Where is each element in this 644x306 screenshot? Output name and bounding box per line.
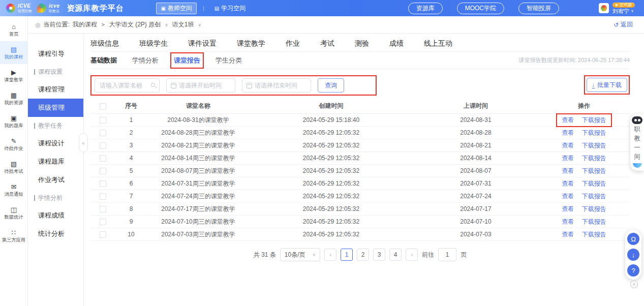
goto-page-input[interactable]: [438, 248, 456, 261]
prev-page-button[interactable]: ‹: [324, 249, 336, 261]
rail-item-pending-exams[interactable]: ▧ 待批考试: [0, 156, 27, 178]
assistant-widget[interactable]: 职 教 一 间: [630, 114, 644, 171]
table-row: 7 2024-07-24周三的课堂教学 2024-05-29 12:05:32 …: [90, 190, 630, 203]
subtab-student-classification[interactable]: 学生分类: [216, 56, 242, 65]
nav-learning-space[interactable]: ▤ 学习空间: [210, 3, 250, 14]
tab-class-info[interactable]: 班级信息: [90, 39, 119, 48]
subtab-basic-data[interactable]: 基础数据: [90, 56, 117, 65]
rail-item-pending-homework[interactable]: ✎ 待批作业: [0, 133, 27, 156]
filter-row: 查询 ↓ 批量下载: [90, 75, 630, 96]
row-checkbox[interactable]: [100, 168, 106, 174]
row-index: 2: [115, 129, 147, 136]
query-button[interactable]: 查询: [318, 78, 344, 93]
breadcrumb-course[interactable]: 大学语文 (2P) 原创: [109, 20, 161, 29]
resource-library-button[interactable]: 资源库: [408, 3, 443, 14]
download-report-link[interactable]: 下载报告: [582, 116, 606, 124]
row-checkbox[interactable]: [100, 155, 106, 162]
row-checkbox[interactable]: [100, 142, 106, 149]
download-report-link[interactable]: 下载报告: [582, 231, 606, 238]
icve-logo-icon: [6, 4, 15, 13]
class-name-input[interactable]: [95, 79, 159, 92]
view-link[interactable]: 查看: [562, 218, 574, 225]
rail-item-my-courses[interactable]: ▤ 我的课程: [0, 41, 27, 64]
sidebar-item-course-design[interactable]: 课程设计: [28, 134, 83, 152]
tab-homework[interactable]: 作业: [286, 39, 300, 48]
page-size-select[interactable]: 10条/页 ∨: [280, 248, 320, 261]
sidebar-item-course-management[interactable]: 课程管理: [28, 80, 83, 99]
user-area[interactable]: 正式版 刘宥宁 ∨: [599, 3, 635, 14]
sidebar-item-course-grades[interactable]: 课程成绩: [28, 206, 83, 225]
back-button[interactable]: ↺ 返回: [614, 20, 633, 29]
page-button-1[interactable]: 1: [341, 249, 353, 261]
view-link[interactable]: 查看: [562, 155, 574, 162]
tab-courseware-settings[interactable]: 课件设置: [188, 39, 217, 48]
row-checkbox[interactable]: [100, 180, 106, 187]
rail-item-question-bank[interactable]: ▣ 我的题库: [0, 110, 27, 133]
help-button[interactable]: ?: [627, 264, 639, 277]
sidebar-item-course-question-bank[interactable]: 课程题库: [28, 152, 83, 171]
sidebar-item-statistical-analysis[interactable]: 统计分析: [28, 225, 83, 243]
subtab-learning-analysis[interactable]: 学情分析: [132, 56, 159, 65]
end-time-input[interactable]: [242, 79, 311, 92]
rail-item-home[interactable]: ⌂ 首页: [0, 18, 27, 41]
nav-teacher-space[interactable]: ▣ 教师空间: [156, 3, 196, 14]
tab-grades[interactable]: 成绩: [389, 39, 404, 48]
rail-item-statistics[interactable]: ◫ 数据统计: [0, 201, 27, 224]
download-report-link[interactable]: 下载报告: [582, 193, 606, 200]
start-time-input[interactable]: [167, 79, 235, 92]
chevron-down-icon[interactable]: ∨: [198, 22, 201, 27]
download-report-link[interactable]: 下载报告: [582, 205, 606, 212]
rail-item-third-party-apps[interactable]: ∷ 第三方应用: [0, 224, 27, 247]
tab-online-interaction[interactable]: 线上互动: [424, 39, 452, 48]
select-all-checkbox[interactable]: [100, 103, 106, 110]
view-link[interactable]: 查看: [562, 142, 574, 149]
platform-title: 资源库教学平台: [67, 4, 124, 13]
rail-item-classroom-teaching[interactable]: ▶ 课堂教学: [0, 64, 27, 87]
collapse-widgets-button[interactable]: ×: [630, 281, 638, 288]
download-report-link[interactable]: 下载报告: [582, 218, 606, 225]
next-page-button[interactable]: ›: [406, 249, 418, 261]
tab-classroom-teaching[interactable]: 课堂教学: [237, 39, 265, 48]
resources-icon: ▦: [11, 92, 17, 99]
view-link[interactable]: 查看: [562, 167, 574, 174]
rail-item-my-resources[interactable]: ▦ 我的资源: [0, 87, 27, 110]
view-link[interactable]: 查看: [562, 193, 574, 200]
smart-screen-button[interactable]: 智能投屏: [518, 3, 559, 14]
sidebar-item-class-management[interactable]: 班级管理: [28, 99, 83, 117]
view-link[interactable]: 查看: [562, 231, 574, 238]
view-link[interactable]: 查看: [562, 180, 574, 187]
view-link[interactable]: 查看: [562, 205, 574, 212]
customer-service-button[interactable]: Ω: [627, 233, 639, 245]
rail-item-messages[interactable]: ✉ 消息通知: [0, 178, 27, 201]
row-checkbox[interactable]: [100, 117, 106, 124]
tab-quiz[interactable]: 测验: [355, 39, 369, 48]
row-checkbox[interactable]: [100, 219, 106, 225]
download-report-link[interactable]: 下载报告: [582, 155, 606, 162]
breadcrumb-class[interactable]: 语文1班: [172, 20, 194, 29]
row-checkbox[interactable]: [100, 231, 106, 238]
tab-exam[interactable]: 考试: [320, 39, 334, 48]
download-report-link[interactable]: 下载报告: [582, 129, 606, 136]
row-checkbox[interactable]: [100, 130, 106, 136]
page-button-3[interactable]: 3: [373, 249, 385, 261]
download-report-link[interactable]: 下载报告: [582, 180, 606, 187]
breadcrumb-my-courses[interactable]: 我的课程: [73, 20, 97, 29]
sidebar-item-course-guide[interactable]: 课程引导: [28, 45, 83, 63]
download-report-link[interactable]: 下载报告: [582, 142, 606, 149]
pending-exams-icon: ▧: [11, 161, 17, 167]
subtab-classroom-report[interactable]: 课堂报告: [174, 56, 200, 65]
view-link[interactable]: 查看: [562, 116, 574, 124]
page-button-4[interactable]: 4: [389, 249, 402, 261]
row-checkbox[interactable]: [100, 206, 106, 212]
page-button-2[interactable]: 2: [357, 249, 369, 261]
tab-class-students[interactable]: 班级学生: [139, 39, 168, 48]
sidebar-item-homework-exam[interactable]: 作业考试: [28, 171, 83, 189]
download-center-button[interactable]: ↓: [627, 249, 639, 261]
view-link[interactable]: 查看: [562, 129, 574, 136]
mooc-college-button[interactable]: MOOC学院: [457, 3, 504, 14]
chevron-down-icon[interactable]: ∨: [165, 22, 168, 27]
download-report-link[interactable]: 下载报告: [582, 167, 606, 174]
batch-download-button[interactable]: ↓ 批量下载: [587, 78, 628, 92]
collapse-sidebar-button[interactable]: «: [79, 133, 88, 152]
row-checkbox[interactable]: [100, 193, 106, 200]
